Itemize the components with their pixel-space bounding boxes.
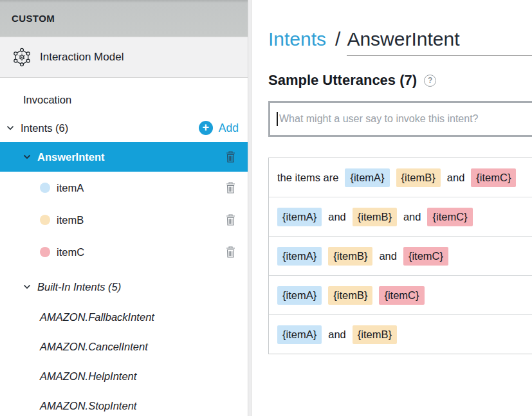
builtin-intent-label: AMAZON.HelpIntent <box>40 370 136 383</box>
slot-label: itemA <box>57 182 84 194</box>
utterance-input[interactable] <box>268 101 532 137</box>
chevron-down-icon[interactable] <box>23 154 31 159</box>
slot-chip-itemc[interactable]: {itemC} <box>379 286 424 305</box>
slot-chip-itemb[interactable]: {itemB} <box>353 325 397 344</box>
sidebar-divider <box>248 0 252 416</box>
slot-chip-itema[interactable]: {itemA} <box>277 247 322 266</box>
intent-name-field[interactable]: AnswerIntent <box>347 28 532 56</box>
chevron-down-icon[interactable] <box>23 284 31 289</box>
slot-chip-itemb[interactable]: {itemB} <box>328 286 372 305</box>
sidebar-item-intents-group[interactable]: Intents (6) + Add <box>0 114 248 142</box>
plus-circle-icon: + <box>199 121 213 135</box>
sidebar-header-label: CUSTOM <box>12 13 55 24</box>
section-title: Sample Utterances (7) <box>268 72 417 89</box>
sidebar-item-helpintent[interactable]: AMAZON.HelpIntent <box>0 361 248 391</box>
breadcrumb-intents-link[interactable]: Intents <box>268 28 326 50</box>
slot-color-dot <box>40 183 50 193</box>
trash-icon[interactable] <box>225 246 236 258</box>
intents-group-label: Intents (6) <box>21 122 68 134</box>
interaction-model-label: Interaction Model <box>40 51 124 64</box>
chevron-down-icon[interactable] <box>6 125 14 131</box>
slot-color-dot <box>40 215 50 225</box>
sidebar-item-answerintent[interactable]: AnswerIntent <box>0 142 248 172</box>
slot-chip-itema[interactable]: {itemA} <box>277 208 322 226</box>
invocation-label: Invocation <box>23 94 71 106</box>
breadcrumb-separator: / <box>335 28 340 50</box>
utterance-text: and <box>447 172 465 184</box>
answerintent-label: AnswerIntent <box>37 151 105 163</box>
question-circle-icon[interactable]: ? <box>424 75 436 87</box>
builtin-intent-label: AMAZON.StopIntent <box>40 400 136 412</box>
add-intent-button[interactable]: + Add <box>199 121 239 135</box>
slot-chip-itemc[interactable]: {itemC} <box>403 247 448 266</box>
slot-chip-itemc[interactable]: {itemC} <box>471 168 516 187</box>
builtin-group-label: Built-In Intents (5) <box>37 281 121 293</box>
utterance-text: and <box>328 211 346 223</box>
utterance-text: and <box>379 250 397 262</box>
utterance-text: and <box>328 329 346 341</box>
sidebar: CUSTOM Interaction Model Invocation <box>0 0 248 416</box>
builtin-intent-label: AMAZON.CancelIntent <box>40 341 148 353</box>
sidebar-item-interaction-model[interactable]: Interaction Model <box>0 37 248 78</box>
slot-chip-itemb[interactable]: {itemB} <box>353 208 397 226</box>
slot-chip-itema[interactable]: {itemA} <box>345 168 389 187</box>
slot-chip-itema[interactable]: {itemA} <box>277 286 322 305</box>
utterance-row: {itemA} and {itemB} <box>269 314 532 354</box>
sidebar-item-slot-itemc[interactable]: itemC <box>0 236 248 268</box>
slot-chip-itema[interactable]: {itemA} <box>277 325 322 344</box>
sample-utterances-header: Sample Utterances (7) ? <box>268 72 532 89</box>
text-cursor <box>277 112 278 126</box>
slot-label: itemB <box>57 214 84 226</box>
utterance-row: {itemA} {itemB} and {itemC} <box>269 236 532 275</box>
add-label: Add <box>219 122 239 135</box>
utterance-row: {itemA} {itemB} {itemC} <box>269 275 532 314</box>
intent-name: AnswerIntent <box>347 28 459 50</box>
sidebar-item-fallbackintent[interactable]: AMAZON.FallbackIntent <box>0 302 248 332</box>
interaction-model-icon <box>12 48 32 67</box>
builtin-intent-label: AMAZON.FallbackIntent <box>40 311 154 323</box>
breadcrumb: Intents / AnswerIntent <box>268 28 532 56</box>
utterance-row: the items are {itemA} {itemB} and {itemC… <box>269 158 532 197</box>
sidebar-item-cancelintent[interactable]: AMAZON.CancelIntent <box>0 332 248 361</box>
trash-icon[interactable] <box>225 182 236 194</box>
sidebar-item-invocation[interactable]: Invocation <box>0 86 248 114</box>
trash-icon[interactable] <box>225 151 236 163</box>
slot-color-dot <box>40 247 50 257</box>
utterance-row: {itemA} and {itemB} and {itemC} <box>269 197 532 236</box>
sidebar-nav: Invocation Intents (6) + Add AnswerInten… <box>0 78 248 416</box>
slot-chip-itemc[interactable]: {itemC} <box>427 208 472 226</box>
slot-chip-itemb[interactable]: {itemB} <box>328 247 372 266</box>
utterance-text: and <box>403 211 421 223</box>
sidebar-item-slot-itemb[interactable]: itemB <box>0 204 248 236</box>
slot-label: itemC <box>57 246 84 258</box>
utterance-input-wrap <box>268 101 532 137</box>
utterance-text: the items are <box>277 172 338 184</box>
sidebar-item-slot-itema[interactable]: itemA <box>0 172 248 204</box>
main-content: Intents / AnswerIntent Sample Utterances… <box>253 0 532 416</box>
sidebar-item-stopintent[interactable]: AMAZON.StopIntent <box>0 391 248 416</box>
slot-chip-itemb[interactable]: {itemB} <box>396 168 441 187</box>
trash-icon[interactable] <box>225 214 236 226</box>
sidebar-item-builtin-group[interactable]: Built-In Intents (5) <box>0 271 248 302</box>
sidebar-header: CUSTOM <box>0 0 248 37</box>
utterance-list: the items are {itemA} {itemB} and {itemC… <box>268 158 532 354</box>
